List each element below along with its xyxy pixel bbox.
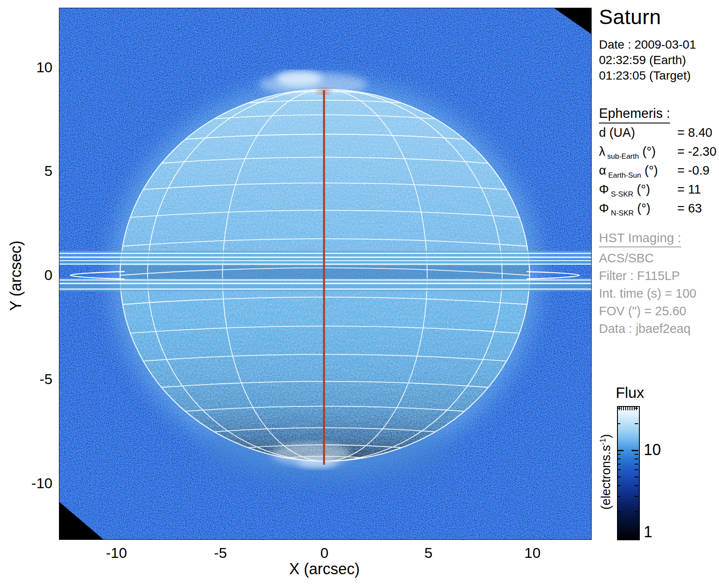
colorbar-minor-tick: [617, 423, 620, 424]
colorbar-top-tick: [627, 407, 628, 410]
ephemeris-label: α Earth-Sun (°): [599, 163, 677, 180]
ephemeris-symbol: Φ: [599, 201, 609, 215]
colorbar-minor-tick: [617, 454, 620, 455]
hst-detail-line: Filter : F115LP: [599, 267, 696, 285]
north-meridian-glow: [317, 88, 331, 94]
ephemeris-unit: (°): [634, 201, 651, 215]
ephemeris-value: = -2.30: [677, 145, 716, 159]
colorbar-minor-tick: [617, 469, 620, 470]
colorbar-minor-tick: [617, 496, 620, 497]
x-tick-label: 10: [525, 545, 541, 561]
colorbar-minor-tick: [617, 485, 620, 486]
colorbar-top-tick: [636, 407, 637, 410]
colorbar-tick-label: 1: [644, 523, 652, 541]
ephemeris-symbol: d: [599, 126, 606, 139]
flux-colorbar: [617, 406, 640, 540]
colorbar-minor-tick: [617, 459, 620, 459]
colorbar-minor-tick: [635, 423, 638, 424]
earth-time: 02:32:59 (Earth): [599, 52, 696, 68]
x-tick-label: 0: [321, 545, 329, 561]
ephemeris-label: Φ N-SKR (°): [599, 201, 677, 218]
hst-imaging-details: ACS/SBCFilter : F115LPInt. time (s) = 10…: [599, 249, 696, 338]
colorbar-top-tick: [619, 407, 620, 410]
colorbar-minor-tick: [635, 485, 638, 486]
ephemeris-label: Φ S-SKR (°): [599, 182, 677, 199]
ring-shadow-lane: [59, 265, 591, 279]
ephemeris-unit: (°): [633, 182, 650, 196]
ephemeris-subscript: Earth-Sun: [606, 171, 641, 179]
hst-detail-line: FOV (") = 25.60: [599, 302, 696, 320]
ephemeris-unit: (°): [639, 145, 656, 158]
ephemeris-row: α Earth-Sun (°)= -0.9: [599, 163, 716, 182]
ephemeris-row: d (UA)= 8.40: [599, 126, 716, 145]
colorbar-major-tick: [632, 450, 638, 451]
ephemeris-symbol: λ: [599, 145, 605, 158]
x-axis-label: X (arcsec): [260, 560, 389, 578]
ephemeris-value: = -0.9: [677, 163, 710, 178]
y-tick-label: -10: [8, 474, 52, 491]
colorbar-top-tick: [625, 407, 626, 410]
ephemeris-symbol: Φ: [599, 182, 609, 196]
hst-detail-line: ACS/SBC: [599, 249, 696, 267]
colorbar-minor-tick: [635, 469, 638, 470]
ephemeris-value: = 8.40: [677, 126, 712, 140]
ephemeris-subscript: N-SKR: [609, 209, 634, 217]
colorbar-tick-label: 10: [644, 441, 661, 459]
colorbar-minor-tick: [617, 464, 620, 465]
y-tick-label: 10: [8, 58, 52, 75]
ephemeris-value: = 11: [677, 182, 701, 197]
hst-imaging-heading: HST Imaging :: [599, 231, 681, 247]
ephemeris-label: λ sub-Earth (°): [599, 145, 677, 161]
hst-detail-line: Data : jbaef2eaq: [599, 320, 696, 338]
auroral-spot: [298, 456, 337, 469]
ephemeris-table: d (UA)= 8.40λ sub-Earth (°)= -2.30α Eart…: [599, 126, 716, 220]
ephemeris-value: = 63: [677, 201, 702, 215]
colorbar-minor-tick: [635, 496, 638, 497]
ephemeris-row: Φ N-SKR (°)= 63: [599, 201, 716, 220]
x-tick-label: -5: [214, 545, 227, 561]
colorbar-minor-tick: [617, 477, 620, 477]
ephemeris-label: d (UA): [599, 126, 677, 140]
colorbar-title: Flux: [600, 384, 660, 401]
y-axis-label: Y (arcsec): [7, 211, 25, 340]
colorbar-top-tick: [621, 407, 622, 410]
saturn-figure-page: -10-50510 1050-5-10 X (arcsec) Y (arcsec…: [0, 0, 719, 588]
auroral-spot: [259, 73, 367, 95]
colorbar-minor-tick: [635, 511, 638, 512]
ephemeris-unit: (UA): [606, 126, 635, 139]
y-tick-label: -5: [8, 370, 52, 387]
observation-date: Date : 2009-03-01: [599, 37, 696, 52]
observation-info: Date : 2009-03-01 02:32:59 (Earth) 01:23…: [599, 37, 696, 83]
ephemeris-subscript: S-SKR: [609, 190, 633, 198]
ephemeris-subscript: sub-Earth: [605, 152, 639, 160]
colorbar-top-tick: [630, 407, 630, 410]
image-panel: [59, 8, 592, 540]
colorbar-unit-label: (electrons.s-1): [599, 401, 613, 543]
colorbar-minor-tick: [635, 464, 638, 465]
x-tick-label: 5: [424, 545, 432, 561]
y-tick-label: 5: [8, 163, 52, 179]
hst-detail-line: Int. time (s) = 100: [599, 285, 696, 302]
colorbar-minor-tick: [635, 454, 638, 455]
colorbar-top-tick: [634, 407, 635, 410]
target-time: 01:23:05 (Target): [599, 68, 696, 83]
saturn-image: [59, 8, 591, 539]
ephemeris-symbol: α: [599, 163, 606, 177]
figure-title: Saturn: [599, 5, 661, 29]
colorbar-minor-tick: [617, 511, 620, 512]
ephemeris-unit: (°): [641, 163, 658, 177]
ephemeris-row: Φ S-SKR (°)= 11: [599, 182, 716, 201]
ephemeris-row: λ sub-Earth (°)= -2.30: [599, 145, 716, 163]
colorbar-top-tick: [623, 407, 624, 410]
colorbar-top-tick: [632, 407, 633, 410]
x-tick-label: -10: [106, 545, 127, 561]
colorbar-minor-tick: [635, 477, 638, 477]
ephemeris-heading: Ephemeris :: [599, 106, 670, 123]
colorbar-minor-tick: [635, 459, 638, 459]
colorbar-major-tick: [617, 450, 623, 451]
